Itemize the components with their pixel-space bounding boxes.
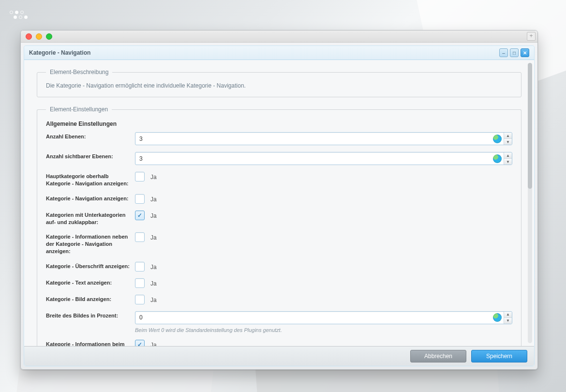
dialog-header: Kategorie - Navigation – □ ✕	[24, 46, 534, 60]
settings-fieldset: Element-Einstellungen Allgemeine Einstel…	[37, 106, 521, 346]
window-minimize-button[interactable]: –	[499, 48, 508, 57]
checkbox-label: Ja	[150, 341, 157, 346]
globe-icon[interactable]	[493, 154, 502, 163]
row-collapsible: Kategorien mit Unterkategorien auf- und …	[46, 211, 512, 226]
scrollbar-thumb[interactable]	[528, 63, 532, 189]
os-zoom-button[interactable]	[46, 33, 52, 40]
label-show-text: Kategorie - Text anzeigen:	[46, 278, 135, 286]
visible-levels-field: ▲ ▼	[135, 152, 512, 165]
label-show-heading: Kategorie - Überschrift anzeigen:	[46, 262, 135, 270]
checkbox-label: Ja	[150, 263, 157, 271]
checkbox-show-heading[interactable]	[135, 262, 145, 271]
cancel-button[interactable]: Abbrechen	[410, 350, 466, 362]
image-width-field: ▲ ▼	[135, 311, 512, 324]
spinner-down-button[interactable]: ▼	[504, 318, 512, 324]
settings-legend: Element-Einstellungen	[46, 106, 112, 113]
label-main-cat-above: Hauptkategorie oberhalb Kategorie - Navi…	[46, 172, 135, 187]
row-visible-levels: Anzahl sichtbarer Ebenen: ▲ ▼	[46, 152, 512, 165]
label-hover-update: Kategorie - Informationen beim Hover übe…	[46, 340, 135, 346]
checkbox-hover-update[interactable]	[135, 340, 145, 346]
checkbox-label: Ja	[150, 233, 157, 241]
os-close-button[interactable]	[26, 33, 32, 40]
levels-input[interactable]	[135, 136, 493, 142]
save-button[interactable]: Speichern	[471, 350, 527, 362]
label-visible-levels: Anzahl sichtbarer Ebenen:	[46, 152, 135, 160]
checkbox-label: Ja	[150, 195, 157, 203]
row-image-width: Breite des Bildes in Prozent: ▲ ▼ Beim W…	[46, 311, 512, 333]
dialog-panel: Kategorie - Navigation – □ ✕ Element-Bes…	[24, 45, 535, 366]
application-window: + Kategorie - Navigation – □ ✕ Element-B…	[20, 30, 538, 370]
globe-icon[interactable]	[493, 135, 502, 143]
checkbox-show-text[interactable]	[135, 278, 145, 288]
description-legend: Element-Beschreibung	[46, 69, 112, 75]
new-tab-button[interactable]: +	[527, 32, 536, 41]
logo-icon	[10, 11, 28, 19]
row-show-text: Kategorie - Text anzeigen: Ja	[46, 278, 512, 288]
checkbox-label: Ja	[150, 296, 157, 303]
label-show-image: Kategorie - Bild anzeigen:	[46, 295, 135, 303]
image-width-help: Beim Wert 0 wird die Standardeinstellung…	[135, 327, 512, 333]
spinner-up-button[interactable]: ▲	[504, 152, 512, 159]
checkbox-label: Ja	[150, 211, 157, 219]
globe-icon[interactable]	[493, 313, 502, 322]
spinner-up-button[interactable]: ▲	[504, 133, 512, 139]
description-fieldset: Element-Beschreibung Die Kategorie - Nav…	[37, 69, 521, 97]
row-levels: Anzahl Ebenen: ▲ ▼	[46, 132, 512, 145]
dialog-footer: Abbrechen Speichern	[24, 346, 534, 366]
general-settings-heading: Allgemeine Einstellungen	[46, 121, 512, 127]
window-maximize-button[interactable]: □	[510, 48, 519, 57]
label-show-nav: Kategorie - Navigation anzeigen:	[46, 194, 135, 202]
levels-field: ▲ ▼	[135, 132, 512, 145]
spinner-up-button[interactable]: ▲	[504, 312, 512, 318]
os-titlebar: +	[21, 30, 537, 43]
checkbox-label: Ja	[150, 279, 157, 287]
scrollbar[interactable]	[528, 63, 532, 343]
label-collapsible: Kategorien mit Unterkategorien auf- und …	[46, 211, 135, 226]
row-info-beside: Kategorie - Informationen neben der Kate…	[46, 232, 512, 255]
os-minimize-button[interactable]	[36, 33, 42, 40]
row-hover-update: Kategorie - Informationen beim Hover übe…	[46, 340, 512, 346]
dialog-title: Kategorie - Navigation	[29, 49, 90, 56]
description-text: Die Kategorie - Navigation ermöglicht ei…	[46, 82, 512, 89]
row-show-heading: Kategorie - Überschrift anzeigen: Ja	[46, 262, 512, 271]
window-close-button[interactable]: ✕	[521, 48, 529, 57]
image-width-input[interactable]	[135, 314, 493, 321]
checkbox-info-beside[interactable]	[135, 232, 145, 242]
checkbox-label: Ja	[150, 173, 157, 181]
label-info-beside: Kategorie - Informationen neben der Kate…	[46, 232, 135, 255]
row-show-nav: Kategorie - Navigation anzeigen: Ja	[46, 194, 512, 204]
spinner-down-button[interactable]: ▼	[504, 159, 512, 165]
label-levels: Anzahl Ebenen:	[46, 132, 135, 140]
checkbox-main-cat-above[interactable]	[135, 172, 145, 181]
spinner-down-button[interactable]: ▼	[504, 139, 512, 145]
visible-levels-input[interactable]	[135, 155, 493, 162]
label-image-width: Breite des Bildes in Prozent:	[46, 311, 135, 319]
checkbox-show-image[interactable]	[135, 295, 145, 304]
row-show-image: Kategorie - Bild anzeigen: Ja	[46, 295, 512, 304]
row-main-cat-above: Hauptkategorie oberhalb Kategorie - Navi…	[46, 172, 512, 187]
checkbox-show-nav[interactable]	[135, 194, 145, 204]
checkbox-collapsible[interactable]	[135, 211, 145, 220]
dialog-body: Element-Beschreibung Die Kategorie - Nav…	[24, 60, 534, 346]
